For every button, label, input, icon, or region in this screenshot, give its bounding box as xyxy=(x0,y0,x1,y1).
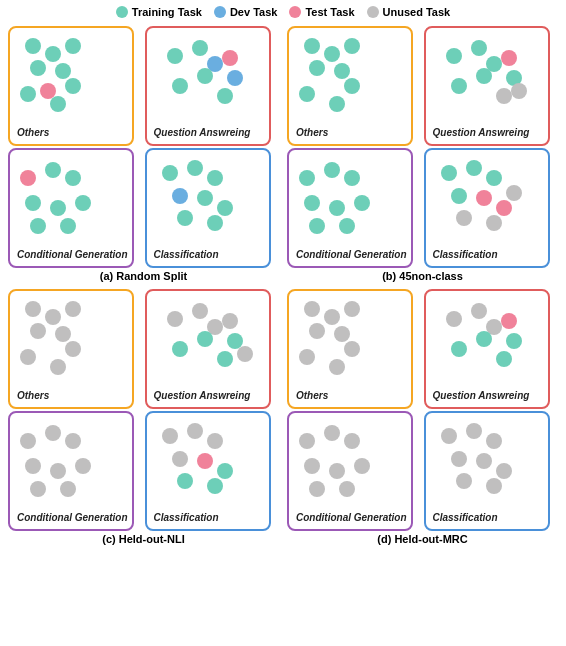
section-label-b: (b) 45non-class xyxy=(287,268,558,285)
dot xyxy=(60,218,76,234)
cell-label: Classification xyxy=(433,249,498,261)
dot xyxy=(172,451,188,467)
dot xyxy=(344,341,360,357)
dot xyxy=(60,481,76,497)
dot xyxy=(466,160,482,176)
dot xyxy=(65,301,81,317)
dot xyxy=(75,458,91,474)
cell-c-0: Others xyxy=(8,289,134,409)
cell-c-3: Classification xyxy=(145,411,271,531)
cell-label: Others xyxy=(296,127,328,139)
dot xyxy=(496,88,512,104)
dot xyxy=(324,46,340,62)
dot xyxy=(227,70,243,86)
dot xyxy=(324,309,340,325)
dot xyxy=(187,160,203,176)
dot xyxy=(172,78,188,94)
dot xyxy=(207,215,223,231)
dot xyxy=(329,200,345,216)
dot xyxy=(207,433,223,449)
section-d: OthersQuestion AnswreingConditional Gene… xyxy=(283,287,562,550)
cell-d-3: Classification xyxy=(424,411,550,531)
legend-dot xyxy=(367,6,379,18)
section-b: OthersQuestion AnswreingConditional Gene… xyxy=(283,24,562,287)
dot xyxy=(162,428,178,444)
dot xyxy=(25,38,41,54)
dot xyxy=(30,323,46,339)
dot xyxy=(177,473,193,489)
cell-label: Others xyxy=(17,390,49,402)
dot xyxy=(471,303,487,319)
dot xyxy=(496,463,512,479)
dot xyxy=(496,200,512,216)
dot xyxy=(354,458,370,474)
dot xyxy=(177,210,193,226)
dot xyxy=(304,38,320,54)
dot xyxy=(45,46,61,62)
dot xyxy=(456,473,472,489)
cell-label: Question Answreing xyxy=(433,127,530,139)
legend-item: Test Task xyxy=(289,6,354,18)
dot xyxy=(50,96,66,112)
dot xyxy=(471,40,487,56)
dot xyxy=(167,48,183,64)
dot xyxy=(486,478,502,494)
dot xyxy=(187,423,203,439)
cell-label: Classification xyxy=(433,512,498,524)
dot xyxy=(25,195,41,211)
dot xyxy=(25,301,41,317)
dot xyxy=(309,481,325,497)
dot xyxy=(65,170,81,186)
dot xyxy=(167,311,183,327)
dot xyxy=(50,463,66,479)
section-a: OthersQuestion AnswreingConditional Gene… xyxy=(4,24,283,287)
cell-label: Conditional Generation xyxy=(17,249,128,261)
dot xyxy=(197,68,213,84)
cell-label: Question Answreing xyxy=(154,127,251,139)
dot xyxy=(344,78,360,94)
legend-label: Test Task xyxy=(305,6,354,18)
legend-dot xyxy=(214,6,226,18)
cell-label: Others xyxy=(17,127,49,139)
dot xyxy=(172,188,188,204)
dot xyxy=(329,359,345,375)
dot xyxy=(334,326,350,342)
dot xyxy=(45,425,61,441)
dot xyxy=(197,331,213,347)
dot xyxy=(476,190,492,206)
dot xyxy=(344,301,360,317)
dot xyxy=(441,165,457,181)
dot xyxy=(197,190,213,206)
legend-label: Unused Task xyxy=(383,6,451,18)
dot xyxy=(441,428,457,444)
dot xyxy=(299,349,315,365)
dot xyxy=(55,63,71,79)
dot xyxy=(451,78,467,94)
dot xyxy=(304,458,320,474)
cell-b-0: Others xyxy=(287,26,413,146)
dot xyxy=(30,481,46,497)
dot xyxy=(451,188,467,204)
dot xyxy=(50,359,66,375)
dot xyxy=(466,423,482,439)
cell-label: Conditional Generation xyxy=(17,512,128,524)
dot xyxy=(329,463,345,479)
cell-a-1: Question Answreing xyxy=(145,26,271,146)
cell-a-0: Others xyxy=(8,26,134,146)
dot xyxy=(65,78,81,94)
cell-label: Conditional Generation xyxy=(296,512,407,524)
cell-label: Question Answreing xyxy=(154,390,251,402)
dot xyxy=(511,83,527,99)
dot xyxy=(451,341,467,357)
legend-item: Dev Task xyxy=(214,6,278,18)
dot xyxy=(207,478,223,494)
cell-c-2: Conditional Generation xyxy=(8,411,134,531)
dot xyxy=(344,433,360,449)
dot xyxy=(451,451,467,467)
cell-c-1: Question Answreing xyxy=(145,289,271,409)
dot xyxy=(25,458,41,474)
dot xyxy=(65,433,81,449)
dot xyxy=(237,346,253,362)
section-c: OthersQuestion AnswreingConditional Gene… xyxy=(4,287,283,550)
dot xyxy=(344,170,360,186)
